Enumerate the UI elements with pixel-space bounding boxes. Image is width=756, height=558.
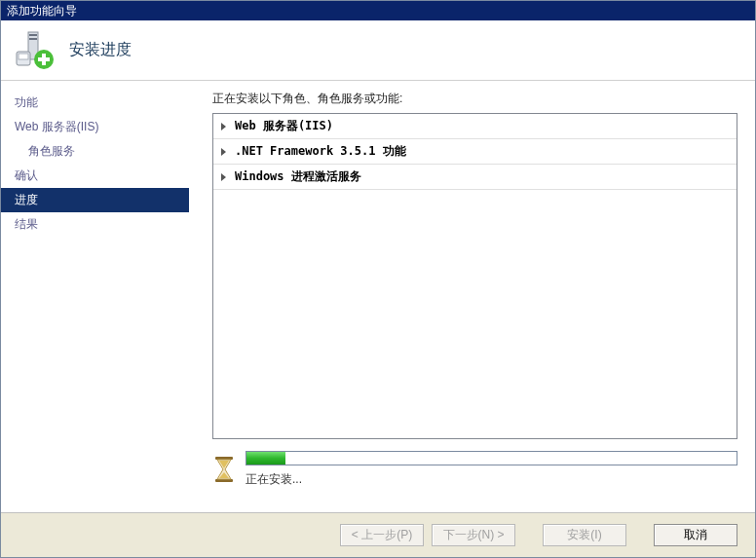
sidebar-item-1[interactable]: Web 服务器(IIS): [1, 115, 189, 139]
svg-rect-1: [29, 34, 37, 36]
sidebar-item-5[interactable]: 结果: [1, 212, 189, 237]
progress-bar: [246, 451, 737, 465]
progress-status: 正在安装...: [246, 471, 737, 488]
wizard-header: 安装进度: [1, 20, 755, 81]
cancel-button[interactable]: 取消: [654, 524, 737, 546]
svg-rect-2: [29, 38, 37, 40]
main-content: 正在安装以下角色、角色服务或功能: Web 服务器(IIS).NET Frame…: [189, 81, 755, 512]
next-button[interactable]: 下一步(N) >: [432, 524, 515, 546]
window-titlebar: 添加功能向导: [1, 1, 755, 20]
list-item-0: Web 服务器(IIS): [213, 114, 737, 139]
list-item-2: Windows 进程激活服务: [213, 165, 737, 190]
wizard-body: 功能Web 服务器(IIS)角色服务确认进度结果 正在安装以下角色、角色服务或功…: [1, 81, 755, 512]
svg-rect-7: [38, 57, 50, 61]
page-title: 安装进度: [69, 40, 132, 60]
server-icon: [15, 30, 56, 71]
sidebar-item-2[interactable]: 角色服务: [1, 139, 189, 164]
sidebar: 功能Web 服务器(IIS)角色服务确认进度结果: [1, 81, 189, 512]
svg-rect-4: [19, 54, 28, 59]
install-list: Web 服务器(IIS).NET Framework 3.5.1 功能Windo…: [212, 113, 737, 439]
window-title: 添加功能向导: [7, 4, 77, 18]
sidebar-item-0[interactable]: 功能: [1, 91, 189, 115]
hourglass-icon: [212, 456, 236, 483]
back-button[interactable]: < 上一步(P): [340, 524, 424, 546]
list-item-1: .NET Framework 3.5.1 功能: [213, 139, 737, 165]
sidebar-item-3[interactable]: 确认: [1, 164, 189, 188]
sidebar-item-4[interactable]: 进度: [1, 188, 189, 212]
install-heading: 正在安装以下角色、角色服务或功能:: [212, 91, 737, 107]
progress-area: 正在安装...: [212, 451, 737, 488]
wizard-footer: < 上一步(P) 下一步(N) > 安装(I) 取消: [1, 512, 755, 557]
progress-fill: [246, 452, 285, 465]
install-button[interactable]: 安装(I): [543, 524, 626, 546]
